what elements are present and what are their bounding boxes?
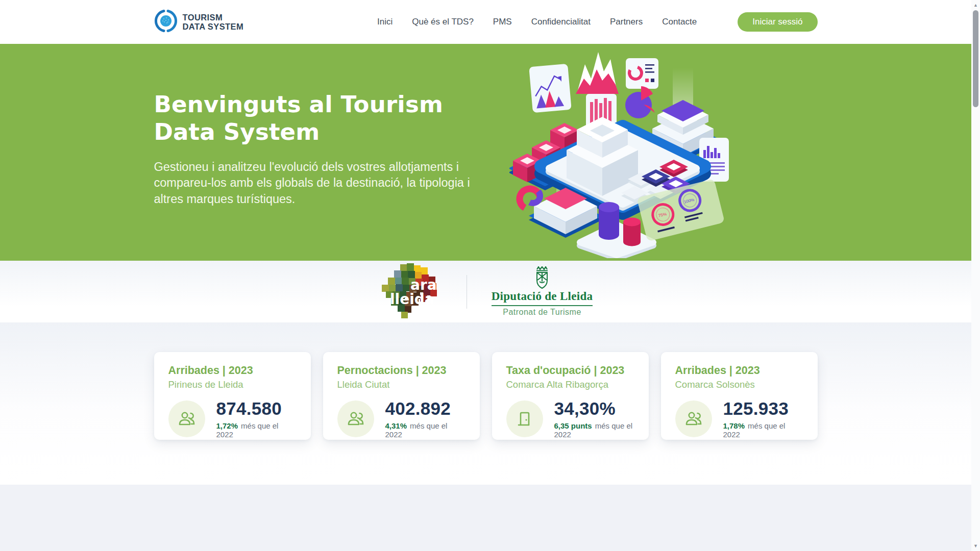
scrollbar-thumb[interactable] <box>973 10 978 107</box>
footer-strip <box>0 485 971 551</box>
nav-item-partners[interactable]: Partners <box>610 17 643 27</box>
stat-card-pernoctacions-lleida: Pernoctacions | 2023 Lleida Ciutat 402.8… <box>323 352 480 440</box>
scrollbar-up-arrow-icon[interactable]: ▲ <box>971 1 980 9</box>
stat-card-subtitle: Comarca Alta Ribagorça <box>506 379 634 390</box>
stat-delta-line: 1,78%més que el 2022 <box>723 421 803 439</box>
diputacio-crest-icon <box>531 266 553 290</box>
stat-card-title: Arribades | 2023 <box>675 364 803 377</box>
site-header: TOURISM DATA SYSTEM Inici Què és el TDS?… <box>0 0 971 44</box>
people-icon <box>675 400 712 437</box>
stat-card-ocupacio-ribagorca: Taxa d'ocupació | 2023 Comarca Alta Riba… <box>492 352 649 440</box>
brand-name-line2: DATA SYSTEM <box>183 22 244 31</box>
diputacio-rule <box>492 305 593 306</box>
stat-card-subtitle: Comarca Solsonès <box>675 379 803 390</box>
ara-lleida-logo[interactable]: ara lleida <box>379 263 449 320</box>
login-button[interactable]: Iniciar sessió <box>738 12 817 32</box>
nav-item-contacte[interactable]: Contacte <box>662 17 697 27</box>
nav-item-pms[interactable]: PMS <box>493 17 512 27</box>
stat-card-title: Arribades | 2023 <box>168 364 297 377</box>
logo-divider <box>467 275 467 309</box>
brand-name-line1: TOURISM <box>183 13 244 22</box>
stat-value: 402.892 <box>385 398 465 419</box>
stat-delta-line: 6,35 puntsmés que el 2022 <box>554 421 634 439</box>
nav-item-que-es-el-tds[interactable]: Què és el TDS? <box>412 17 474 27</box>
stat-delta-line: 4,31%més que el 2022 <box>385 421 465 439</box>
partner-logos-band: ara lleida Diputació d <box>0 261 971 322</box>
stat-value: 874.580 <box>216 398 297 419</box>
scrollbar-down-arrow-icon[interactable]: ▼ <box>971 542 980 550</box>
donut-chart-card <box>626 58 658 89</box>
tourism-data-system-logo-icon <box>154 9 178 35</box>
diputacio-title: Diputació de Lleida <box>492 290 593 303</box>
stats-section: Arribades | 2023 Pirineus de Lleida 874.… <box>0 322 971 485</box>
mountain-area-chart <box>576 52 619 94</box>
door-icon <box>506 400 543 437</box>
stat-value: 125.933 <box>723 398 803 419</box>
people-icon <box>337 400 374 437</box>
diputacio-lleida-logo[interactable]: Diputació de Lleida Patronat de Turisme <box>484 266 593 317</box>
line-chart-card <box>529 64 572 113</box>
stat-card-arribades-pirineus: Arribades | 2023 Pirineus de Lleida 874.… <box>154 352 311 440</box>
svg-text:lleida: lleida <box>390 291 434 308</box>
hero-section: Benvinguts al Tourism Data System Gestio… <box>0 44 971 261</box>
nav-item-inici[interactable]: Inici <box>377 17 393 27</box>
hero-title: Benvinguts al Tourism Data System <box>154 91 501 146</box>
nav-item-confidencialitat[interactable]: Confidencialitat <box>531 17 591 27</box>
brand-logo[interactable]: TOURISM DATA SYSTEM <box>154 9 244 35</box>
hero-illustration: 75% 100% <box>509 45 735 258</box>
stat-delta-line: 1,72%més que el 2022 <box>216 421 297 439</box>
hero-subtitle: Gestioneu i analitzeu l'evolució dels vo… <box>154 159 478 207</box>
stat-card-subtitle: Pirineus de Lleida <box>168 379 297 390</box>
diputacio-subtitle: Patronat de Turisme <box>503 308 581 317</box>
stat-card-title: Pernoctacions | 2023 <box>337 364 465 377</box>
stat-value: 34,30% <box>554 398 634 419</box>
ara-lleida-mosaic-logo: ara lleida <box>379 263 449 320</box>
stat-card-title: Taxa d'ocupació | 2023 <box>506 364 634 377</box>
stat-delta: 4,31% <box>385 421 407 430</box>
main-nav: Inici Què és el TDS? PMS Confidencialita… <box>377 12 818 32</box>
stat-delta: 6,35 punts <box>554 421 592 430</box>
people-icon <box>168 400 205 437</box>
pie-chart <box>625 86 655 118</box>
stat-delta: 1,72% <box>216 421 238 430</box>
stat-card-arribades-solsones: Arribades | 2023 Comarca Solsonès 125.93… <box>661 352 818 440</box>
scrollbar[interactable]: ▲ ▼ <box>971 0 980 551</box>
stat-delta: 1,78% <box>723 421 745 430</box>
stat-card-subtitle: Lleida Ciutat <box>337 379 465 390</box>
